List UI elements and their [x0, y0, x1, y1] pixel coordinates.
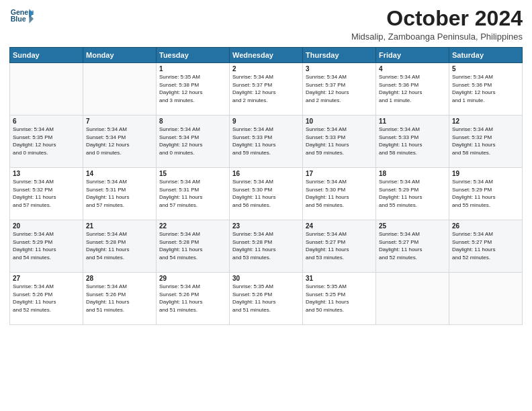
day-info: Sunrise: 5:34 AM Sunset: 5:33 PM Dayligh… [306, 126, 373, 156]
calendar-cell: 15Sunrise: 5:34 AM Sunset: 5:31 PM Dayli… [157, 168, 230, 220]
calendar-cell: 8Sunrise: 5:34 AM Sunset: 5:34 PM Daylig… [157, 116, 230, 168]
day-number: 29 [159, 275, 226, 282]
day-info: Sunrise: 5:34 AM Sunset: 5:33 PM Dayligh… [232, 126, 300, 156]
calendar-cell: 21Sunrise: 5:34 AM Sunset: 5:28 PM Dayli… [83, 220, 157, 273]
day-info: Sunrise: 5:34 AM Sunset: 5:31 PM Dayligh… [159, 178, 226, 209]
weekday-header: Monday [83, 48, 157, 63]
day-number: 2 [232, 65, 300, 73]
day-info: Sunrise: 5:35 AM Sunset: 5:26 PM Dayligh… [232, 283, 300, 314]
calendar-cell: 29Sunrise: 5:34 AM Sunset: 5:26 PM Dayli… [157, 273, 230, 325]
day-number: 8 [159, 118, 226, 125]
page: General Blue October 2024 Midsalip, Zamb… [0, 0, 532, 411]
day-number: 27 [13, 275, 80, 282]
day-number: 4 [379, 65, 446, 73]
calendar-week-row: 13Sunrise: 5:34 AM Sunset: 5:32 PM Dayli… [10, 168, 523, 220]
day-info: Sunrise: 5:34 AM Sunset: 5:29 PM Dayligh… [452, 178, 519, 209]
calendar-cell: 27Sunrise: 5:34 AM Sunset: 5:26 PM Dayli… [10, 273, 83, 325]
day-number: 10 [306, 118, 373, 125]
calendar-cell [449, 273, 523, 325]
calendar-cell: 23Sunrise: 5:34 AM Sunset: 5:28 PM Dayli… [230, 220, 303, 273]
day-number: 17 [306, 170, 373, 177]
day-number: 18 [379, 170, 446, 177]
calendar-cell: 24Sunrise: 5:34 AM Sunset: 5:27 PM Dayli… [303, 220, 376, 273]
title-block: October 2024 Midsalip, Zamboanga Peninsu… [351, 7, 523, 42]
day-info: Sunrise: 5:34 AM Sunset: 5:33 PM Dayligh… [379, 126, 446, 156]
day-number: 1 [159, 65, 226, 73]
day-number: 30 [232, 275, 300, 282]
day-number: 21 [86, 222, 153, 230]
day-number: 3 [306, 65, 373, 73]
day-number: 7 [86, 118, 153, 125]
day-info: Sunrise: 5:34 AM Sunset: 5:36 PM Dayligh… [379, 73, 446, 104]
calendar-cell: 20Sunrise: 5:34 AM Sunset: 5:29 PM Dayli… [10, 220, 83, 273]
day-number: 13 [13, 170, 80, 177]
day-number: 24 [306, 222, 373, 230]
header-row: SundayMondayTuesdayWednesdayThursdayFrid… [10, 48, 523, 63]
day-number: 31 [306, 275, 373, 282]
calendar-cell: 11Sunrise: 5:34 AM Sunset: 5:33 PM Dayli… [376, 116, 449, 168]
weekday-header: Friday [376, 48, 449, 63]
calendar-cell: 16Sunrise: 5:34 AM Sunset: 5:30 PM Dayli… [230, 168, 303, 220]
day-info: Sunrise: 5:34 AM Sunset: 5:28 PM Dayligh… [159, 230, 226, 261]
day-number: 20 [13, 222, 80, 230]
calendar-cell: 10Sunrise: 5:34 AM Sunset: 5:33 PM Dayli… [303, 116, 376, 168]
calendar-cell: 6Sunrise: 5:34 AM Sunset: 5:35 PM Daylig… [10, 116, 83, 168]
day-info: Sunrise: 5:34 AM Sunset: 5:31 PM Dayligh… [86, 178, 153, 209]
month-title: October 2024 [351, 7, 523, 30]
calendar-cell: 4Sunrise: 5:34 AM Sunset: 5:36 PM Daylig… [376, 63, 449, 116]
logo-icon: General Blue [9, 7, 34, 26]
calendar-cell: 18Sunrise: 5:34 AM Sunset: 5:29 PM Dayli… [376, 168, 449, 220]
weekday-header: Tuesday [157, 48, 230, 63]
day-info: Sunrise: 5:34 AM Sunset: 5:28 PM Dayligh… [232, 230, 300, 261]
weekday-header: Wednesday [230, 48, 303, 63]
day-info: Sunrise: 5:34 AM Sunset: 5:27 PM Dayligh… [379, 230, 446, 261]
day-info: Sunrise: 5:34 AM Sunset: 5:35 PM Dayligh… [13, 126, 80, 156]
day-info: Sunrise: 5:34 AM Sunset: 5:29 PM Dayligh… [379, 178, 446, 209]
day-number: 28 [86, 275, 153, 282]
day-number: 5 [452, 65, 519, 73]
calendar-cell: 3Sunrise: 5:34 AM Sunset: 5:37 PM Daylig… [303, 63, 376, 116]
calendar-cell: 7Sunrise: 5:34 AM Sunset: 5:34 PM Daylig… [83, 116, 157, 168]
calendar-cell: 13Sunrise: 5:34 AM Sunset: 5:32 PM Dayli… [10, 168, 83, 220]
day-number: 15 [159, 170, 226, 177]
day-info: Sunrise: 5:34 AM Sunset: 5:26 PM Dayligh… [13, 283, 80, 314]
day-info: Sunrise: 5:34 AM Sunset: 5:26 PM Dayligh… [86, 283, 153, 314]
weekday-header: Thursday [303, 48, 376, 63]
day-number: 16 [232, 170, 300, 177]
day-info: Sunrise: 5:34 AM Sunset: 5:37 PM Dayligh… [306, 73, 373, 104]
calendar-cell: 25Sunrise: 5:34 AM Sunset: 5:27 PM Dayli… [376, 220, 449, 273]
calendar-cell [376, 273, 449, 325]
calendar-week-row: 1Sunrise: 5:35 AM Sunset: 5:38 PM Daylig… [10, 63, 523, 116]
day-info: Sunrise: 5:34 AM Sunset: 5:28 PM Dayligh… [86, 230, 153, 261]
logo: General Blue [9, 7, 34, 26]
day-info: Sunrise: 5:34 AM Sunset: 5:37 PM Dayligh… [232, 73, 300, 104]
day-info: Sunrise: 5:34 AM Sunset: 5:30 PM Dayligh… [306, 178, 373, 209]
day-number: 26 [452, 222, 519, 230]
header: General Blue October 2024 Midsalip, Zamb… [9, 7, 523, 42]
weekday-header: Saturday [449, 48, 523, 63]
calendar-cell: 5Sunrise: 5:34 AM Sunset: 5:36 PM Daylig… [449, 63, 523, 116]
weekday-header: Sunday [10, 48, 83, 63]
day-info: Sunrise: 5:34 AM Sunset: 5:27 PM Dayligh… [452, 230, 519, 261]
svg-text:Blue: Blue [11, 15, 26, 23]
calendar-cell: 22Sunrise: 5:34 AM Sunset: 5:28 PM Dayli… [157, 220, 230, 273]
day-number: 6 [13, 118, 80, 125]
calendar-cell: 31Sunrise: 5:35 AM Sunset: 5:25 PM Dayli… [303, 273, 376, 325]
day-info: Sunrise: 5:34 AM Sunset: 5:27 PM Dayligh… [306, 230, 373, 261]
calendar-cell [10, 63, 83, 116]
calendar-cell: 2Sunrise: 5:34 AM Sunset: 5:37 PM Daylig… [230, 63, 303, 116]
calendar-cell [83, 63, 157, 116]
calendar-table: SundayMondayTuesdayWednesdayThursdayFrid… [9, 47, 523, 325]
day-number: 25 [379, 222, 446, 230]
day-info: Sunrise: 5:34 AM Sunset: 5:32 PM Dayligh… [13, 178, 80, 209]
calendar-cell: 19Sunrise: 5:34 AM Sunset: 5:29 PM Dayli… [449, 168, 523, 220]
calendar-cell: 12Sunrise: 5:34 AM Sunset: 5:32 PM Dayli… [449, 116, 523, 168]
day-info: Sunrise: 5:34 AM Sunset: 5:34 PM Dayligh… [86, 126, 153, 156]
calendar-week-row: 20Sunrise: 5:34 AM Sunset: 5:29 PM Dayli… [10, 220, 523, 273]
day-number: 14 [86, 170, 153, 177]
day-info: Sunrise: 5:34 AM Sunset: 5:29 PM Dayligh… [13, 230, 80, 261]
day-info: Sunrise: 5:34 AM Sunset: 5:32 PM Dayligh… [452, 126, 519, 156]
day-info: Sunrise: 5:35 AM Sunset: 5:25 PM Dayligh… [306, 283, 373, 314]
calendar-cell: 14Sunrise: 5:34 AM Sunset: 5:31 PM Dayli… [83, 168, 157, 220]
calendar-cell: 28Sunrise: 5:34 AM Sunset: 5:26 PM Dayli… [83, 273, 157, 325]
